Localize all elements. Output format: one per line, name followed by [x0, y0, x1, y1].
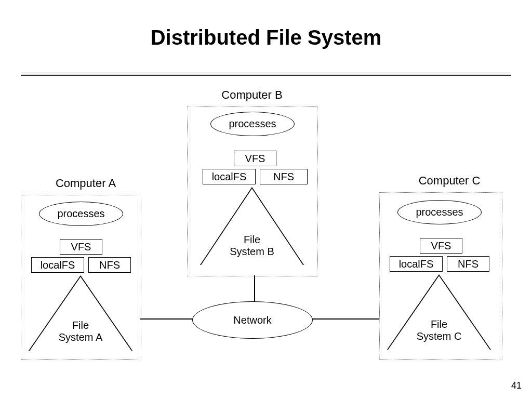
nfs-label: NFS — [458, 258, 478, 270]
computer-b-processes: processes — [210, 112, 295, 136]
connector-b-to-network — [254, 275, 255, 301]
localfs-label: localFS — [212, 171, 247, 183]
computer-a-vfs: VFS — [60, 239, 102, 255]
vfs-label: VFS — [245, 153, 265, 165]
title-divider — [21, 73, 511, 76]
computer-c-fs-label: File System C — [403, 318, 475, 342]
computer-b-fs-label: File System B — [216, 234, 288, 258]
processes-label: processes — [416, 206, 463, 218]
computer-c-nfs: NFS — [447, 256, 489, 272]
nfs-label: NFS — [273, 171, 294, 183]
vfs-label: VFS — [71, 241, 91, 253]
localfs-label: localFS — [399, 258, 434, 270]
computer-a-nfs: NFS — [88, 257, 131, 273]
computer-c-localfs: localFS — [390, 256, 443, 272]
vfs-label: VFS — [431, 240, 451, 252]
connector-a-to-network — [140, 318, 197, 320]
computer-b-vfs: VFS — [234, 151, 276, 166]
computer-a-label: Computer A — [21, 177, 151, 190]
processes-label: processes — [229, 118, 276, 130]
connector-c-to-network — [312, 318, 379, 320]
slide-title: Distributed File System — [0, 26, 532, 49]
network-node: Network — [192, 301, 313, 339]
computer-a-processes: processes — [39, 202, 123, 226]
network-label: Network — [233, 314, 271, 326]
computer-b-localfs: localFS — [203, 169, 256, 184]
computer-b-label: Computer B — [187, 88, 317, 102]
localfs-label: localFS — [41, 259, 75, 271]
computer-a-localfs: localFS — [31, 257, 84, 273]
processes-label: processes — [57, 208, 104, 220]
computer-c-label: Computer C — [384, 174, 514, 188]
slide: Distributed File System Network Computer… — [0, 0, 532, 399]
computer-c-vfs: VFS — [420, 238, 462, 254]
computer-c-processes: processes — [397, 200, 482, 224]
computer-b-nfs: NFS — [260, 169, 308, 184]
computer-a-fs-label: File System A — [44, 320, 117, 343]
nfs-label: NFS — [99, 259, 120, 271]
page-number: 41 — [511, 380, 522, 391]
